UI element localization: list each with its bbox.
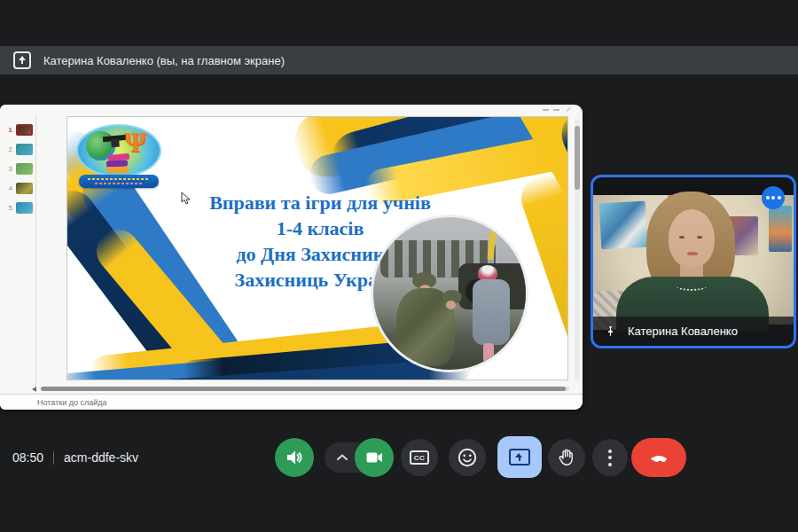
slide-canvas: Ψ Вправи та ігри для учнів 1-4 класів до… <box>66 116 568 380</box>
self-view-tile[interactable]: Катерина Коваленко <box>591 175 796 348</box>
slide-thumbnail-3[interactable]: 3 <box>0 161 35 176</box>
reactions-button[interactable] <box>449 439 486 476</box>
child-jacket <box>473 279 510 345</box>
participant-face <box>669 209 715 268</box>
present-icon <box>509 449 530 466</box>
speaker-button[interactable] <box>275 438 314 477</box>
meeting-info: 08:50 acm-ddfe-skv <box>12 450 138 465</box>
slide-3-preview <box>16 163 33 175</box>
end-call-icon <box>647 446 670 469</box>
vertical-scrollbar-thumb[interactable] <box>575 126 580 190</box>
slide-1-preview <box>16 124 33 136</box>
slide-thumbnail-4[interactable]: 4 <box>0 181 35 195</box>
camera-button[interactable] <box>355 438 394 477</box>
slide-notes-bar[interactable]: Нотатки до слайда <box>0 394 583 410</box>
divider <box>53 451 54 465</box>
present-button[interactable] <box>497 436 542 478</box>
tile-more-options-button[interactable] <box>762 186 785 209</box>
second-soldier-face <box>446 301 456 309</box>
more-options-button[interactable] <box>592 439 628 476</box>
slide-4-preview <box>16 183 33 194</box>
present-to-all-icon <box>13 51 31 69</box>
slide-thumbnail-panel: 1 2 3 4 5 <box>0 115 35 381</box>
speaker-icon <box>284 447 305 468</box>
shared-presentation-window: 1 2 3 4 5 <box>0 105 583 410</box>
end-call-button[interactable] <box>631 438 686 477</box>
participant-necklace <box>677 282 707 291</box>
captions-icon: CC <box>410 450 429 465</box>
slide-5-preview <box>16 202 33 214</box>
slide-2-preview <box>16 144 33 155</box>
window-minimize-icon[interactable] <box>543 109 549 111</box>
raise-hand-button[interactable] <box>548 439 585 476</box>
wall-poster <box>599 201 648 250</box>
institute-logo: Ψ <box>76 124 165 192</box>
logo-ribbon <box>79 175 159 188</box>
book-icon <box>107 167 129 173</box>
hscroll-left-arrow[interactable] <box>32 387 36 392</box>
slide-title-line: Вправи та ігри для учнів <box>160 190 480 215</box>
mouse-cursor <box>181 192 192 206</box>
clock-time: 08:50 <box>12 450 43 465</box>
slide-thumbnail-5[interactable]: 5 <box>0 200 35 215</box>
window-close-icon[interactable] <box>567 107 574 114</box>
smiley-icon <box>456 446 479 469</box>
camera-icon <box>364 447 385 468</box>
tile-name-bar: Катерина Коваленко <box>593 317 794 346</box>
slide-thumbnail-2[interactable]: 2 <box>0 142 35 156</box>
child-boot <box>483 343 494 363</box>
notes-placeholder: Нотатки до слайда <box>37 398 107 407</box>
window-maximize-icon[interactable] <box>553 109 559 111</box>
participant-name: Катерина Коваленко <box>628 325 738 338</box>
hand-icon <box>556 447 577 468</box>
captions-button[interactable]: CC <box>401 439 438 476</box>
soldiers-photo-circle <box>371 215 528 372</box>
presenting-banner: Катерина Коваленко (вы, на главном экран… <box>0 46 798 74</box>
presenting-banner-label: Катерина Коваленко (вы, на главном экран… <box>43 54 285 67</box>
pin-icon[interactable] <box>604 325 617 338</box>
slide-thumbnail-1[interactable]: 1 <box>0 122 35 137</box>
meeting-code: acm-ddfe-skv <box>64 450 138 465</box>
wall-poster <box>769 206 792 252</box>
horizontal-scrollbar-thumb[interactable] <box>41 387 566 391</box>
panel-divider <box>35 115 36 387</box>
chevron-up-icon[interactable] <box>332 448 352 467</box>
